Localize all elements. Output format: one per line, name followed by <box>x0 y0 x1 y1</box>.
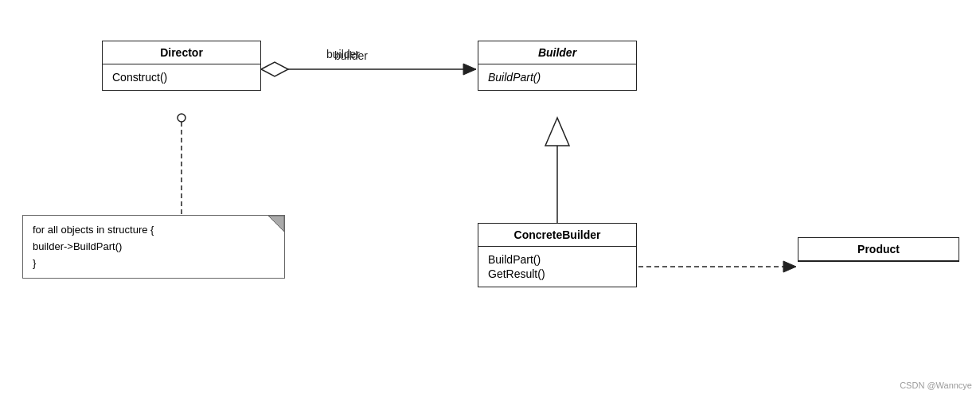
watermark: CSDN @Wanncye <box>900 380 972 390</box>
concrete-builder-header: ConcreteBuilder <box>478 224 636 247</box>
note-line2: builder->BuildPart() <box>33 239 275 256</box>
svg-marker-0 <box>261 62 288 76</box>
builder-box: Builder BuildPart() <box>478 41 637 91</box>
director-header: Director <box>103 41 260 64</box>
diagram-container: builder builder Director Construct() Bui… <box>0 0 980 398</box>
svg-marker-10 <box>268 216 284 232</box>
director-box: Director Construct() <box>102 41 261 91</box>
builder-method-buildpart: BuildPart() <box>488 71 627 84</box>
note-line1: for all objects in structure { <box>33 222 275 239</box>
product-box: Product <box>798 237 959 262</box>
concrete-builder-method-buildpart: BuildPart() <box>488 253 627 266</box>
note-content: for all objects in structure { builder->… <box>23 216 284 278</box>
svg-point-4 <box>178 114 185 122</box>
concrete-builder-box: ConcreteBuilder BuildPart() GetResult() <box>478 223 637 287</box>
builder-header: Builder <box>478 41 636 64</box>
concrete-builder-body: BuildPart() GetResult() <box>478 247 636 287</box>
builder-arrow-label: builder <box>326 48 360 60</box>
svg-marker-7 <box>545 118 569 146</box>
svg-marker-9 <box>783 261 796 272</box>
note-line3: } <box>33 256 275 272</box>
svg-marker-2 <box>463 64 476 75</box>
builder-body: BuildPart() <box>478 64 636 90</box>
director-body: Construct() <box>103 64 260 90</box>
concrete-builder-method-getresult: GetResult() <box>488 267 627 280</box>
product-header: Product <box>798 238 959 261</box>
director-method-construct: Construct() <box>112 71 251 84</box>
note-box: for all objects in structure { builder->… <box>22 215 285 279</box>
note-corner <box>268 216 284 232</box>
